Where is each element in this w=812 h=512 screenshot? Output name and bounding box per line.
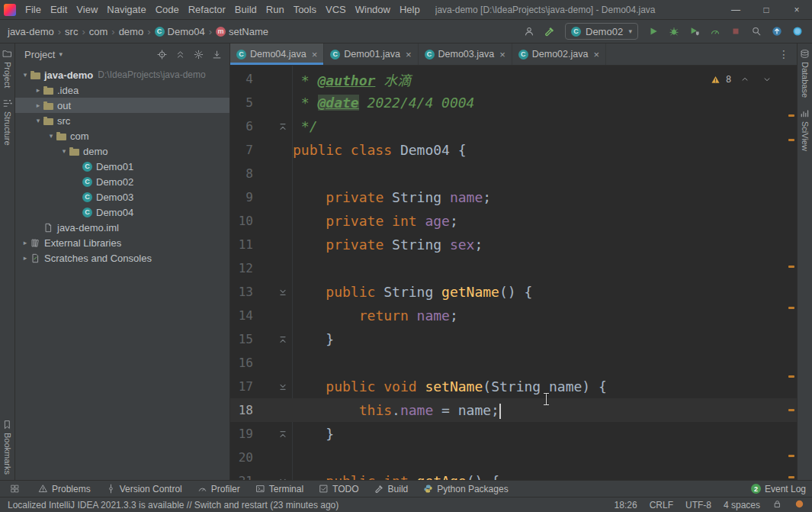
line-number[interactable]: 20: [230, 450, 253, 465]
collapse-all-button[interactable]: [172, 46, 188, 63]
update-button[interactable]: [769, 23, 785, 40]
editor-tab-demo02-java[interactable]: CDemo02.java×: [512, 43, 606, 65]
indent-style[interactable]: 4 spaces: [724, 500, 760, 510]
file-encoding[interactable]: UTF-8: [685, 500, 711, 510]
tree-item-java-demo[interactable]: ▾java-demoD:\IdeaProjects\java-demo: [15, 67, 229, 82]
code-line[interactable]: 6 */: [230, 114, 797, 138]
code-line[interactable]: 8: [230, 162, 797, 185]
close-tab-icon[interactable]: ×: [593, 49, 599, 60]
tree-chevron-icon[interactable]: ▾: [46, 132, 56, 140]
menu-view[interactable]: View: [72, 0, 102, 19]
stripe-tab-database[interactable]: Database: [798, 43, 812, 103]
tree-chevron-icon[interactable]: ▸: [33, 86, 43, 94]
line-number[interactable]: 12: [230, 261, 253, 275]
fold-marker-icon[interactable]: [253, 477, 293, 481]
line-number[interactable]: 19: [230, 427, 253, 441]
locate-button[interactable]: [153, 46, 170, 63]
line-number[interactable]: 16: [230, 356, 253, 370]
tab-options-icon[interactable]: ⋮: [771, 43, 797, 65]
close-tab-icon[interactable]: ×: [499, 49, 505, 60]
toolwindow-version-control[interactable]: Version Control: [106, 484, 182, 494]
caret-position[interactable]: 18:26: [615, 500, 637, 510]
toolwindow-python-packages[interactable]: Python Packages: [423, 484, 508, 494]
project-view-selector[interactable]: Project ▾: [24, 49, 63, 60]
debug-button[interactable]: [666, 23, 682, 40]
breadcrumb-demo[interactable]: demo: [117, 26, 146, 37]
menu-file[interactable]: File: [21, 0, 46, 19]
tree-item-scratches-and-consoles[interactable]: ▸Scratches and Consoles: [15, 250, 229, 266]
tree-chevron-icon[interactable]: ▸: [33, 101, 43, 109]
code-line[interactable]: 5 * @date 2022/4/4 0004: [230, 91, 797, 114]
menu-run[interactable]: Run: [262, 0, 289, 19]
editor-tab-demo04-java[interactable]: CDemo04.java×: [230, 43, 324, 65]
tree-item-external-libraries[interactable]: ▸External Libraries: [15, 235, 229, 250]
tree-item-demo01[interactable]: CDemo01: [15, 159, 229, 174]
breadcrumb-demo04[interactable]: CDemo04: [153, 26, 207, 37]
code-line[interactable]: 15 }: [230, 327, 797, 351]
fold-marker-icon[interactable]: [253, 430, 293, 439]
tree-item-out[interactable]: ▸out: [15, 98, 229, 113]
fold-marker-icon[interactable]: [253, 382, 293, 391]
hide-button[interactable]: [208, 46, 225, 63]
user-button[interactable]: [521, 23, 538, 40]
line-number[interactable]: 15: [230, 332, 253, 346]
code-line[interactable]: 19 }: [230, 422, 797, 446]
settings-button[interactable]: [190, 46, 207, 63]
profiler-run-button[interactable]: [707, 23, 724, 40]
code-line[interactable]: 12: [230, 256, 797, 280]
line-number[interactable]: 13: [230, 285, 253, 299]
menu-window[interactable]: Window: [351, 0, 395, 19]
tree-item-demo02[interactable]: CDemo02: [15, 174, 229, 189]
breadcrumb-src[interactable]: src: [63, 26, 79, 37]
tree-chevron-icon[interactable]: ▸: [20, 239, 30, 246]
code-line[interactable]: 10 private int age;: [230, 209, 797, 233]
tree-item-com[interactable]: ▾com: [15, 128, 229, 143]
tree-chevron-icon[interactable]: ▾: [59, 147, 69, 155]
toolwindow-event-log[interactable]: 2Event Log: [751, 484, 806, 494]
stripe-tab-structure[interactable]: Structure: [0, 93, 14, 151]
tree-chevron-icon[interactable]: ▾: [20, 71, 30, 79]
maximize-button[interactable]: □: [751, 0, 782, 19]
stripe-tab-sciview[interactable]: SciView: [798, 103, 812, 156]
breadcrumb-java-demo[interactable]: java-demo: [6, 26, 56, 37]
tree-chevron-icon[interactable]: ▾: [33, 117, 43, 124]
toolwindow-terminal[interactable]: Terminal: [255, 484, 303, 494]
editor-tab-demo01-java[interactable]: CDemo01.java×: [324, 43, 418, 65]
line-number[interactable]: 6: [230, 119, 253, 134]
code-line[interactable]: 9 private String name;: [230, 185, 797, 209]
breadcrumb-com[interactable]: com: [88, 26, 110, 37]
run-button[interactable]: [645, 23, 662, 40]
menu-help[interactable]: Help: [395, 0, 425, 19]
stripe-tab-bookmarks[interactable]: Bookmarks: [0, 414, 14, 480]
menu-navigate[interactable]: Navigate: [102, 0, 150, 19]
close-tab-icon[interactable]: ×: [406, 49, 412, 60]
tree-item-idea[interactable]: ▸.idea: [15, 82, 229, 98]
coverage-button[interactable]: [686, 23, 703, 40]
line-number[interactable]: 5: [230, 95, 253, 110]
code-line[interactable]: 11 private String sex;: [230, 233, 797, 256]
menu-tools[interactable]: Tools: [289, 0, 321, 19]
editor-tab-demo03-java[interactable]: CDemo03.java×: [419, 43, 512, 65]
search-button[interactable]: [748, 23, 765, 40]
close-tab-icon[interactable]: ×: [312, 49, 318, 60]
toolwindow-todo[interactable]: TODO: [319, 484, 358, 494]
build-hammer-button[interactable]: [541, 23, 558, 40]
menu-refactor[interactable]: Refactor: [184, 0, 230, 19]
chevup-button[interactable]: [737, 71, 753, 88]
menu-code[interactable]: Code: [151, 0, 184, 19]
tree-item-java-demo-iml[interactable]: java-demo.iml: [15, 220, 229, 235]
code-line[interactable]: 17 public void setName(String name) {: [230, 375, 797, 398]
gradient-button[interactable]: [789, 23, 806, 40]
stop-button[interactable]: [727, 23, 744, 40]
notifications-icon[interactable]: [794, 499, 804, 511]
close-button[interactable]: ×: [782, 0, 812, 19]
fold-marker-icon[interactable]: [253, 288, 293, 297]
tree-item-demo04[interactable]: CDemo04: [15, 204, 229, 220]
tree-item-demo03[interactable]: CDemo03: [15, 189, 229, 204]
line-number[interactable]: 8: [230, 166, 253, 181]
line-number[interactable]: 14: [230, 308, 253, 323]
toolwindow-build[interactable]: Build: [374, 484, 409, 494]
code-line[interactable]: 13 public String getName() {: [230, 280, 797, 304]
line-separator[interactable]: CRLF: [650, 500, 673, 510]
stripe-tab-project[interactable]: Project: [0, 43, 14, 93]
